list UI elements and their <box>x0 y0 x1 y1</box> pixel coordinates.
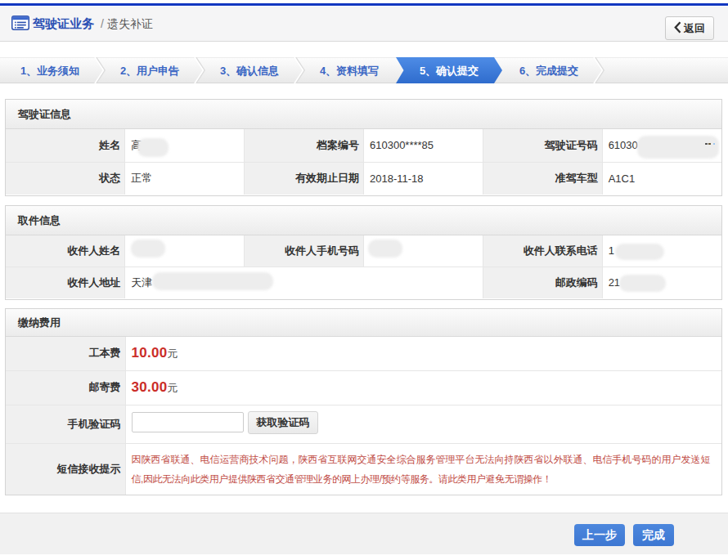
svg-text:6、完成提交: 6、完成提交 <box>519 65 578 77</box>
svg-text:5、确认提交: 5、确认提交 <box>420 65 479 77</box>
svg-text:2、用户申告: 2、用户申告 <box>120 65 179 77</box>
svg-text:4、资料填写: 4、资料填写 <box>320 65 379 77</box>
svg-text:1、业务须知: 1、业务须知 <box>20 65 79 77</box>
svg-text:3、确认信息: 3、确认信息 <box>220 65 279 77</box>
